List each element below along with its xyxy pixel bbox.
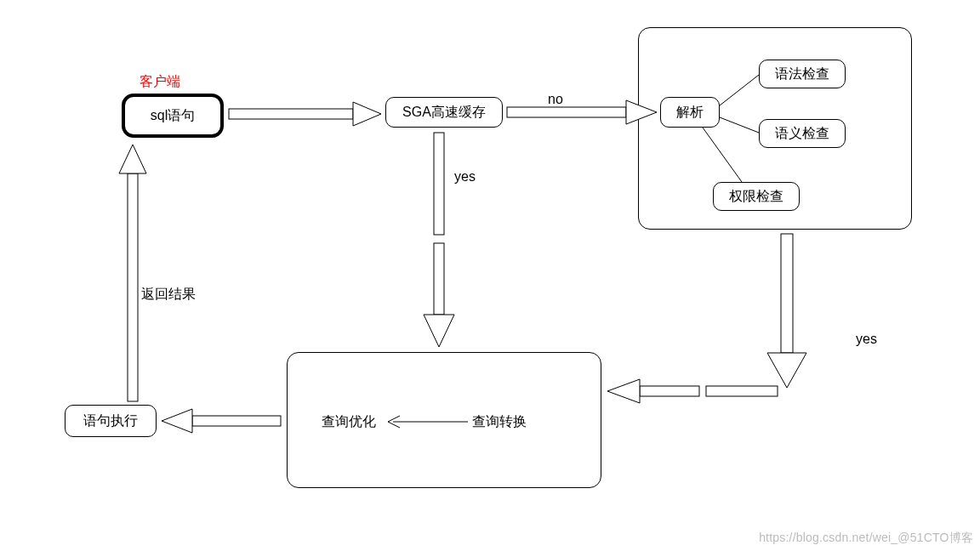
- svg-marker-1: [353, 102, 381, 126]
- permission-check-text: 权限检查: [729, 188, 783, 206]
- permission-check-node: 权限检查: [713, 182, 800, 211]
- svg-rect-4: [434, 133, 444, 235]
- sql-statement-text: sql语句: [151, 107, 195, 125]
- svg-rect-13: [192, 416, 281, 426]
- arrow-exec-to-sql: [119, 145, 146, 401]
- svg-rect-7: [781, 234, 793, 353]
- semantic-check-text: 语义检查: [775, 125, 829, 143]
- syntax-check-text: 语法检查: [775, 65, 829, 83]
- sga-cache-text: SGA高速缓存: [402, 104, 486, 122]
- svg-marker-8: [767, 353, 806, 388]
- arrow-optimize-to-exec: [162, 409, 281, 433]
- statement-execute-node: 语句执行: [65, 405, 157, 437]
- svg-rect-9: [640, 386, 699, 396]
- yes-label-1: yes: [454, 169, 476, 185]
- arrow-sql-to-sga: [229, 102, 381, 126]
- statement-execute-text: 语句执行: [83, 412, 138, 430]
- svg-rect-0: [229, 109, 353, 119]
- client-label: 客户端: [140, 73, 180, 91]
- sql-statement-node: sql语句: [122, 94, 224, 138]
- svg-marker-14: [162, 409, 192, 433]
- svg-rect-10: [706, 386, 778, 396]
- svg-rect-15: [128, 173, 138, 401]
- semantic-check-node: 语义检查: [759, 119, 846, 148]
- query-optimize-text: 查询优化: [322, 413, 376, 431]
- arrow-right-into-optimize: [607, 379, 778, 403]
- svg-marker-16: [119, 145, 146, 173]
- svg-marker-11: [607, 379, 640, 403]
- syntax-check-node: 语法检查: [759, 60, 846, 88]
- query-transform-text: 查询转换: [472, 413, 527, 431]
- sga-cache-node: SGA高速缓存: [385, 97, 503, 128]
- svg-rect-5: [434, 243, 444, 315]
- arrow-sga-to-parse: [507, 100, 657, 124]
- svg-marker-6: [424, 315, 454, 347]
- arrow-parse-to-optimize: [767, 234, 806, 388]
- return-result-label: 返回结果: [141, 286, 196, 304]
- parse-node: 解析: [660, 97, 720, 128]
- parse-text: 解析: [676, 104, 704, 122]
- yes-label-2: yes: [856, 332, 877, 347]
- no-label: no: [548, 92, 563, 107]
- svg-rect-2: [507, 107, 626, 117]
- watermark-text: https://blog.csdn.net/wei_@51CTO博客: [759, 531, 973, 546]
- arrow-sga-to-optimize: [424, 133, 454, 347]
